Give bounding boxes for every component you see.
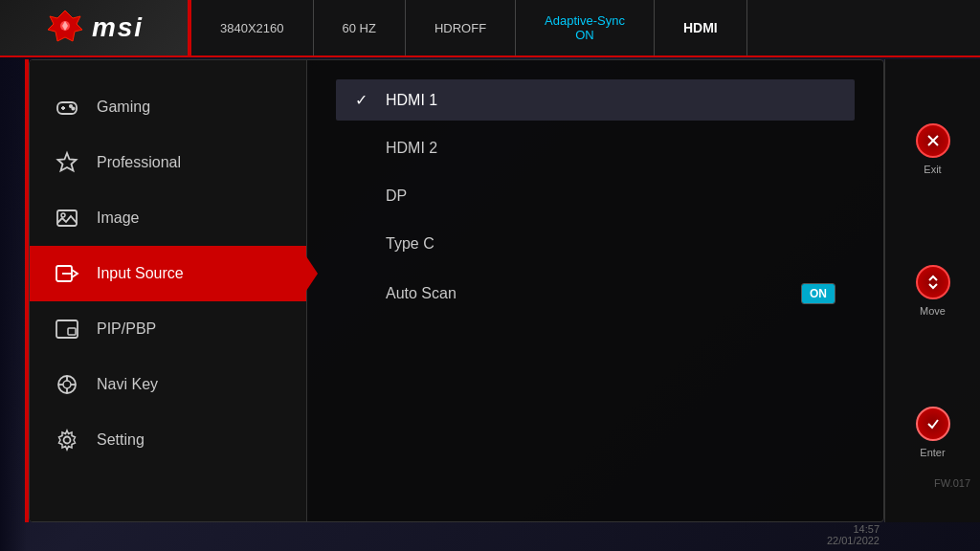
move-label: Move: [920, 305, 946, 317]
enter-button[interactable]: [916, 407, 950, 441]
clock-area: 14:57 22/01/2022: [827, 523, 880, 546]
svg-marker-8: [58, 153, 77, 171]
autoscan-toggle[interactable]: ON: [801, 283, 835, 304]
sidebar-item-image-label: Image: [97, 209, 139, 227]
option-typec[interactable]: Type C: [336, 224, 855, 264]
time-display: 14:57: [827, 523, 880, 535]
svg-point-6: [70, 105, 72, 107]
date-display: 22/01/2022: [827, 535, 880, 546]
resolution-status: 3840X2160: [191, 0, 314, 55]
adaptive-sync-status: Adaptive-Sync ON: [516, 0, 655, 55]
svg-point-16: [63, 381, 71, 388]
enter-button-group: Enter: [916, 407, 950, 458]
option-hdmi1-label: HDMI 1: [386, 92, 835, 109]
navi-icon: [53, 370, 81, 399]
sidebar-item-image[interactable]: Image: [30, 190, 306, 246]
monitor-background: msi 3840X2160 60 HZ HDR OFF Adaptive-Syn…: [0, 0, 980, 551]
input-icon: [53, 259, 81, 288]
gear-icon: [53, 426, 81, 454]
sidebar-item-input-source-label: Input Source: [97, 265, 184, 282]
image-icon: [53, 204, 81, 232]
sidebar-item-setting-label: Setting: [97, 431, 145, 449]
top-status-bar: msi 3840X2160 60 HZ HDR OFF Adaptive-Syn…: [0, 0, 980, 57]
toggle-on-label: ON: [802, 284, 835, 303]
sidebar-item-navi-key[interactable]: Navi Key: [30, 357, 306, 412]
current-input-status: HDMI: [655, 0, 747, 55]
option-hdmi1[interactable]: ✓ HDMI 1: [336, 79, 855, 121]
pip-icon: [53, 315, 81, 343]
svg-point-21: [64, 437, 71, 444]
sidebar-item-professional-label: Professional: [97, 154, 181, 171]
move-button[interactable]: [916, 265, 950, 299]
sidebar-item-gaming-label: Gaming: [97, 99, 150, 116]
option-dp[interactable]: DP: [336, 176, 855, 216]
sidebar-item-setting[interactable]: Setting: [30, 412, 306, 468]
msi-logo: msi: [46, 9, 144, 47]
option-hdmi2-label: HDMI 2: [386, 140, 835, 157]
status-items: 3840X2160 60 HZ HDR OFF Adaptive-Sync ON…: [191, 0, 980, 55]
svg-rect-14: [68, 328, 76, 335]
option-autoscan-label: Auto Scan: [386, 285, 790, 302]
logo-section: msi: [0, 0, 191, 55]
msi-dragon-icon: [46, 9, 84, 47]
check-mark-icon: ✓: [355, 91, 374, 109]
msi-brand-text: msi: [92, 12, 144, 43]
enter-label: Enter: [920, 447, 945, 458]
star-icon: [53, 148, 81, 177]
svg-point-7: [72, 107, 74, 109]
right-control-panel: Exit Move Enter FW.017: [884, 59, 980, 522]
option-dp-label: DP: [386, 187, 835, 205]
sidebar-item-gaming[interactable]: Gaming: [30, 79, 306, 135]
svg-point-10: [61, 213, 65, 217]
sidebar-item-professional[interactable]: Professional: [30, 135, 306, 190]
content-options: ✓ HDMI 1 HDMI 2 DP Type C Auto S: [307, 60, 883, 521]
sidebar-item-pip-pbp-label: PIP/PBP: [97, 320, 156, 338]
sidebar-item-pip-pbp[interactable]: PIP/PBP: [30, 301, 306, 357]
gamepad-icon: [53, 93, 81, 121]
option-typec-label: Type C: [386, 235, 835, 253]
bg-decor-left: [0, 0, 27, 551]
hdr-status: HDR OFF: [406, 0, 516, 55]
refresh-rate-status: 60 HZ: [314, 0, 406, 55]
option-autoscan[interactable]: Auto Scan ON: [336, 272, 855, 316]
sidebar-menu: Gaming Professional: [30, 60, 307, 521]
option-hdmi2[interactable]: HDMI 2: [336, 128, 855, 168]
move-button-group: Move: [916, 265, 950, 317]
exit-label: Exit: [924, 164, 941, 175]
exit-button-group: Exit: [916, 123, 950, 175]
firmware-version: FW.017: [934, 477, 970, 489]
sidebar-item-navi-key-label: Navi Key: [97, 376, 158, 393]
osd-container: Gaming Professional: [29, 59, 884, 522]
exit-button[interactable]: [916, 123, 950, 158]
svg-rect-9: [57, 210, 77, 226]
sidebar-item-input-source[interactable]: Input Source: [30, 246, 306, 301]
